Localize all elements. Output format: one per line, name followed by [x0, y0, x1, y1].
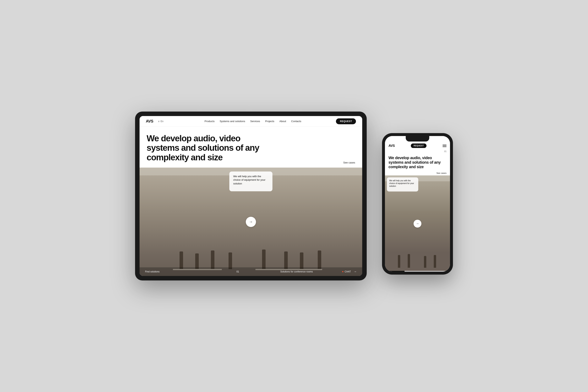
nav-link-projects[interactable]: Projects: [265, 120, 274, 123]
scene-figure: [262, 250, 266, 269]
nav-link-products[interactable]: Products: [204, 120, 214, 123]
arrow-icon: →: [249, 220, 253, 224]
phone-request-button[interactable]: REQUEST: [411, 144, 426, 148]
tablet-chat[interactable]: CHAT →: [342, 270, 357, 274]
phone-screen: AVS REQUEST .01 We develop audio, video …: [385, 136, 450, 272]
tablet-lang-label: En: [160, 120, 164, 123]
phone-hero-text-block: We develop audio, video systems and solu…: [385, 154, 450, 171]
tablet-chat-label: CHAT: [344, 270, 351, 273]
tablet-screen: AVS ∨ En Products Systems and solutions …: [140, 116, 362, 276]
tablet-request-button[interactable]: REQUEST: [336, 118, 356, 124]
nav-link-systems[interactable]: Systems and solutions: [220, 120, 245, 123]
tablet-overlay-card: We will help you with the choice of equi…: [229, 172, 272, 191]
phone-overlay-text: We will help you with the choice of equi…: [389, 179, 416, 188]
scene-figure: [284, 252, 288, 269]
phone-overlay-card: We will help you with the choice of equi…: [387, 178, 418, 192]
tablet-image-section: We will help you with the choice of equi…: [140, 168, 362, 276]
tablet-overlay-text: We will help you with the choice of equi…: [233, 175, 268, 186]
phone-device: AVS REQUEST .01 We develop audio, video …: [382, 133, 453, 274]
nav-link-contacts[interactable]: Contacts: [291, 120, 301, 123]
phone-hero-section: We develop audio, video systems and solu…: [385, 154, 450, 272]
phone-arrow-icon: →: [416, 222, 419, 226]
scene-figure: [211, 250, 214, 269]
phone-scene-figure: [408, 254, 410, 268]
phone-background-image: We will help you with the choice of equi…: [385, 176, 450, 272]
hamburger-line-2: [442, 146, 446, 146]
tablet-lang-chevron: ∨: [158, 120, 160, 123]
phone-hamburger-button[interactable]: [442, 145, 446, 147]
phone-headline: We develop audio, video systems and solu…: [388, 156, 446, 169]
phone-bottom-strip: [385, 271, 450, 272]
tablet-arrow-button[interactable]: →: [246, 217, 256, 227]
devices-container: AVS ∨ En Products Systems and solutions …: [135, 112, 453, 280]
tablet-slide-number: 01: [236, 270, 239, 273]
scene-figure: [318, 250, 321, 269]
tablet-nav: Products Systems and solutions Services …: [170, 120, 336, 123]
hamburger-line-1: [442, 145, 446, 145]
tablet-device: AVS ∨ En Products Systems and solutions …: [135, 112, 366, 280]
nav-link-services[interactable]: Services: [250, 120, 260, 123]
phone-scene-figure: [398, 255, 400, 268]
phone-slide-indicator: .01: [385, 150, 450, 154]
chat-dot-icon: [342, 271, 344, 272]
tablet-conference-label: Solutions for conference rooms: [251, 270, 342, 273]
nav-link-about[interactable]: About: [280, 120, 286, 123]
tablet-find-solutions[interactable]: Find solutions: [145, 270, 236, 273]
tablet-chat-arrow-icon: →: [354, 270, 357, 274]
tablet-bottom-bar: Find solutions 01 Solutions for conferen…: [140, 267, 362, 276]
tablet-background-image: We will help you with the choice of equi…: [140, 168, 362, 276]
phone-see-cases-link[interactable]: See cases: [385, 171, 450, 176]
phone-logo: AVS: [388, 144, 395, 148]
phone-progress-indicator: [385, 271, 404, 272]
scene-figure: [195, 254, 199, 269]
phone-arrow-button[interactable]: →: [414, 220, 422, 228]
tablet-navbar: AVS ∨ En Products Systems and solutions …: [140, 116, 362, 126]
tablet-see-cases-link[interactable]: See cases: [343, 161, 355, 164]
tablet-hero-section: We develop audio, video systems and solu…: [140, 126, 362, 276]
scene-figure: [228, 252, 232, 269]
phone-notch: [406, 136, 429, 142]
tablet-lang-selector[interactable]: ∨ En: [158, 120, 164, 123]
scene-figure: [180, 252, 183, 269]
phone-scene-figure: [424, 256, 426, 268]
scene-figure: [300, 252, 304, 269]
tablet-hero-text-block: We develop audio, video systems and solu…: [140, 126, 362, 168]
phone-scene-figure: [434, 255, 436, 268]
phone-image-section: We will help you with the choice of equi…: [385, 176, 450, 272]
hamburger-line-3: [442, 146, 446, 147]
tablet-headline: We develop audio, video systems and solu…: [146, 134, 260, 162]
tablet-logo: AVS: [146, 119, 153, 124]
